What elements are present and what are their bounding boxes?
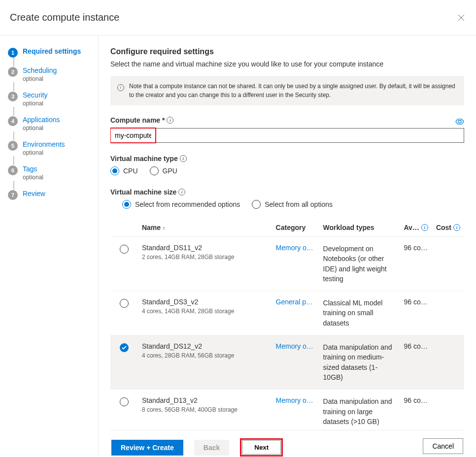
vm-name: Standard_DS11_v2 xyxy=(142,244,268,252)
sort-asc-icon: ↑ xyxy=(163,225,166,231)
vm-spec: 4 cores, 14GB RAM, 28GB storage xyxy=(142,308,268,315)
info-icon[interactable]: i xyxy=(453,224,460,231)
vm-size-all-radio[interactable]: Select from all options xyxy=(252,200,333,209)
vm-availability: 96 co… xyxy=(400,237,432,291)
vm-spec: 2 cores, 14GB RAM, 28GB storage xyxy=(142,254,268,261)
step-label: Review xyxy=(23,190,45,197)
wizard-steps-sidebar: 1 Required settings 2 Scheduling optiona… xyxy=(0,35,99,457)
vm-spec: 4 cores, 28GB RAM, 56GB storage xyxy=(142,352,268,359)
step-number: 2 xyxy=(8,67,18,77)
step-connector xyxy=(13,82,14,91)
row-radio-selected[interactable] xyxy=(120,343,129,352)
step-sublabel: optional xyxy=(23,100,48,107)
step-number: 5 xyxy=(8,141,18,151)
vm-size-label: Virtual machine size i xyxy=(110,188,464,196)
vm-type-gpu-radio[interactable]: GPU xyxy=(150,166,177,175)
step-tags[interactable]: 6 Tags optional xyxy=(8,165,92,181)
next-button[interactable]: Next xyxy=(242,440,281,455)
footer-bar: Review + Create Back Next Cancel xyxy=(110,430,464,457)
row-radio[interactable] xyxy=(120,397,129,406)
vm-workload: Data manipulation and training on medium… xyxy=(323,342,396,382)
step-connector xyxy=(13,181,14,190)
vm-availability: 96 co… xyxy=(400,335,432,390)
review-create-button[interactable]: Review + Create xyxy=(111,440,183,456)
step-sublabel: optional xyxy=(23,174,43,181)
back-button[interactable]: Back xyxy=(194,440,229,456)
info-icon: i xyxy=(117,82,124,99)
step-number: 6 xyxy=(8,165,18,175)
vm-availability: 96 co… xyxy=(400,390,432,430)
compute-name-label: Compute name * i xyxy=(110,116,173,124)
step-number: 4 xyxy=(8,116,18,126)
vm-row[interactable]: Standard_DS11_v22 cores, 14GB RAM, 28GB … xyxy=(110,237,464,291)
vm-workload: Development on Notebooks (or other IDE) … xyxy=(323,244,396,284)
info-icon[interactable]: i xyxy=(167,117,173,124)
close-button[interactable] xyxy=(456,13,466,23)
col-select xyxy=(110,219,138,237)
step-sublabel: optional xyxy=(23,149,65,156)
step-applications[interactable]: 4 Applications optional xyxy=(8,116,92,131)
col-cost[interactable]: Costi xyxy=(432,219,464,237)
info-icon[interactable]: i xyxy=(180,155,187,162)
step-label: Scheduling xyxy=(23,66,57,74)
step-required-settings[interactable]: 1 Required settings xyxy=(8,47,92,58)
next-button-highlight: Next xyxy=(240,438,283,457)
step-connector xyxy=(13,156,14,165)
info-callout: i Note that a compute instance can not b… xyxy=(110,76,464,105)
cancel-button[interactable]: Cancel xyxy=(423,438,463,454)
step-sublabel: optional xyxy=(23,75,57,82)
radio-label: GPU xyxy=(163,167,177,175)
vm-category[interactable]: Memory o… xyxy=(276,244,313,252)
step-label: Security xyxy=(23,91,48,99)
step-label: Tags xyxy=(23,165,43,173)
vm-name: Standard_DS3_v2 xyxy=(142,298,268,306)
vm-name: Standard_D13_v2 xyxy=(142,396,268,404)
vm-row[interactable]: Standard_DS12_v24 cores, 28GB RAM, 56GB … xyxy=(110,335,464,390)
vm-category[interactable]: General p… xyxy=(276,298,313,306)
vm-row[interactable]: Standard_DS3_v24 cores, 14GB RAM, 28GB s… xyxy=(110,291,464,335)
step-connector xyxy=(13,131,14,140)
vm-workload: Classical ML model training on small dat… xyxy=(323,298,396,328)
step-label: Required settings xyxy=(23,47,81,55)
step-sublabel: optional xyxy=(23,125,60,131)
close-icon xyxy=(458,14,465,21)
vm-category[interactable]: Memory o… xyxy=(276,342,313,350)
row-radio[interactable] xyxy=(120,245,129,254)
step-number: 1 xyxy=(8,48,18,58)
visibility-icon[interactable] xyxy=(455,118,464,126)
col-availability[interactable]: Av…i xyxy=(400,219,432,237)
info-icon[interactable]: i xyxy=(178,189,185,196)
section-title: Configure required settings xyxy=(110,47,464,56)
vm-type-cpu-radio[interactable]: CPU xyxy=(110,166,138,175)
vm-name: Standard_DS12_v2 xyxy=(142,342,268,350)
vm-size-table: Name↑ Category Workload types Av…i Costi… xyxy=(110,219,464,430)
row-radio[interactable] xyxy=(120,299,129,308)
dialog-header: Create compute instance xyxy=(0,0,476,35)
vm-spec: 8 cores, 56GB RAM, 400GB storage xyxy=(142,406,268,413)
step-connector xyxy=(13,107,14,116)
info-icon[interactable]: i xyxy=(421,224,428,231)
dialog-title: Create compute instance xyxy=(10,12,119,23)
vm-availability: 96 co… xyxy=(400,291,432,335)
vm-workload: Data manipulation and training on large … xyxy=(323,396,396,426)
radio-label: Select from recommended options xyxy=(135,200,240,208)
info-text: Note that a compute instance can not be … xyxy=(129,82,457,99)
step-connector xyxy=(13,58,14,66)
vm-type-label: Virtual machine type i xyxy=(110,155,464,163)
col-name[interactable]: Name↑ xyxy=(138,219,272,237)
col-workload[interactable]: Workload types xyxy=(319,219,400,237)
step-review[interactable]: 7 Review xyxy=(8,190,92,200)
step-scheduling[interactable]: 2 Scheduling optional xyxy=(8,66,92,82)
vm-category[interactable]: Memory o… xyxy=(276,396,313,404)
step-environments[interactable]: 5 Environments optional xyxy=(8,140,92,156)
col-category[interactable]: Category xyxy=(272,219,319,237)
step-number: 3 xyxy=(8,92,18,101)
compute-name-input[interactable] xyxy=(111,129,155,142)
step-security[interactable]: 3 Security optional xyxy=(8,91,92,107)
checkmark-icon xyxy=(122,346,127,350)
step-label: Applications xyxy=(23,116,60,124)
main-content: Configure required settings Select the n… xyxy=(99,35,476,457)
vm-size-recommended-radio[interactable]: Select from recommended options xyxy=(122,200,240,209)
vm-row[interactable]: Standard_D13_v28 cores, 56GB RAM, 400GB … xyxy=(110,390,464,430)
step-label: Environments xyxy=(23,140,65,148)
